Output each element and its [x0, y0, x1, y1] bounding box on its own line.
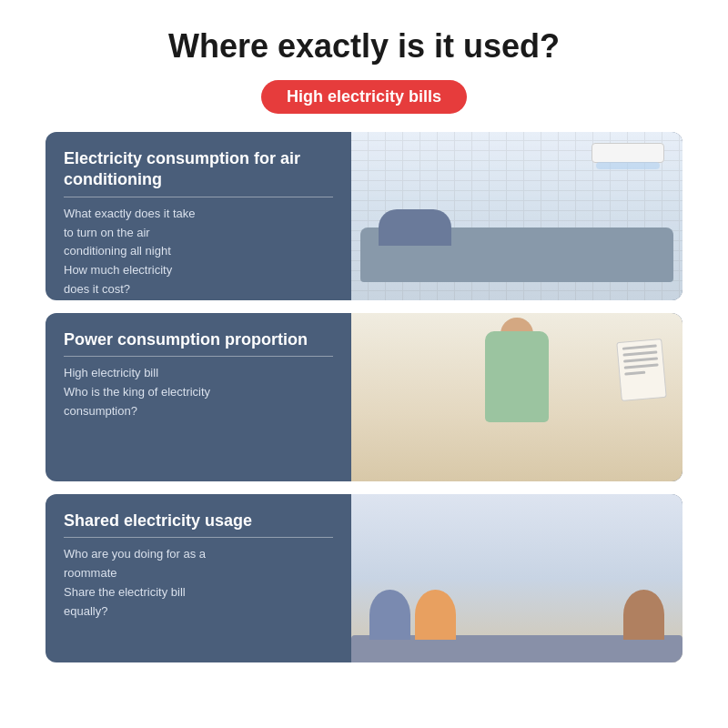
- card-bill-image: [351, 313, 682, 481]
- card-ac-text: Electricity consumption for air conditio…: [46, 132, 351, 300]
- card-bill-text: Power consumption proportion High electr…: [46, 313, 351, 481]
- card-shared-text: Shared electricity usage Who are you doi…: [46, 494, 351, 662]
- card-ac-title: Electricity consumption for air conditio…: [64, 148, 333, 197]
- highlight-badge: High electricity bills: [261, 80, 467, 114]
- card-bill-body: High electricity bill Who is the king of…: [64, 364, 333, 420]
- card-shared: Shared electricity usage Who are you doi…: [46, 494, 682, 662]
- card-ac-image: [351, 132, 682, 300]
- card-bill: Power consumption proportion High electr…: [46, 313, 682, 481]
- card-shared-title: Shared electricity usage: [64, 511, 333, 538]
- cards-list: Electricity consumption for air conditio…: [46, 132, 682, 662]
- card-bill-title: Power consumption proportion: [64, 329, 333, 357]
- card-ac-body: What exactly does it take to turn on the…: [64, 205, 333, 299]
- card-shared-body: Who are you doing for as a roommate Shar…: [64, 545, 333, 621]
- card-shared-image: [351, 494, 682, 662]
- page-title: Where exactly is it used?: [168, 27, 560, 66]
- card-ac: Electricity consumption for air conditio…: [46, 132, 682, 300]
